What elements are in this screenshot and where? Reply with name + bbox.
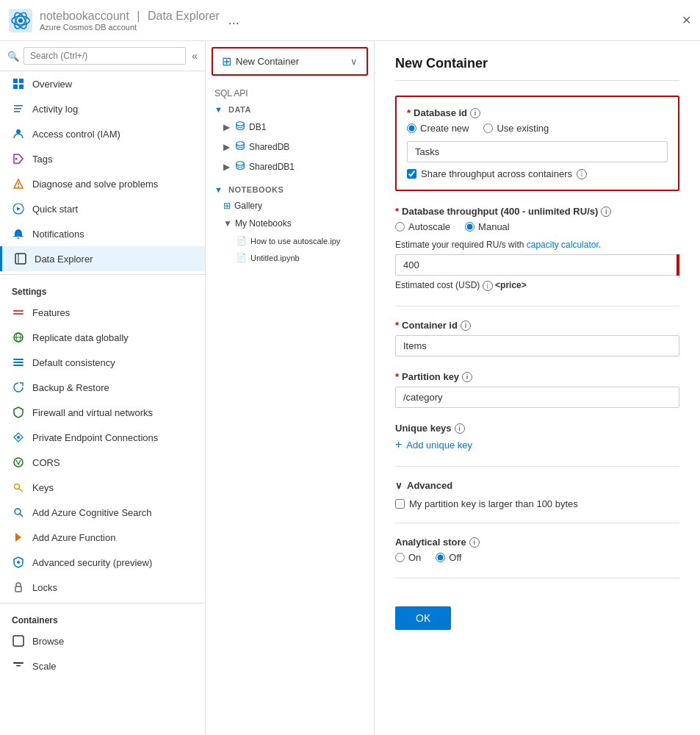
nav-quick-start[interactable]: Quick start (0, 196, 205, 221)
svg-rect-36 (16, 665, 21, 667)
estimated-cost-row: Estimated cost (USD) i <price> (395, 280, 679, 291)
advanced-toggle[interactable]: ∨ Advanced (395, 480, 679, 491)
replicate-label: Replicate data globally (32, 332, 129, 343)
dataexplorer-icon (14, 252, 27, 265)
tree-untitled-notebook[interactable]: 📄 Untitled.ipynb (206, 249, 374, 266)
nav-default-consistency[interactable]: Default consistency (0, 350, 205, 375)
nav-replicate[interactable]: Replicate data globally (0, 325, 205, 350)
use-existing-radio[interactable]: Use existing (483, 123, 549, 134)
svg-point-37 (237, 122, 245, 126)
nav-firewall[interactable]: Firewall and virtual networks (0, 400, 205, 425)
nav-activity-log[interactable]: Activity log (0, 96, 205, 121)
create-new-radio[interactable]: Create new (407, 123, 469, 134)
throughput-info-icon[interactable]: i (601, 207, 611, 217)
analytical-on-radio[interactable]: On (395, 552, 421, 563)
search-icon: 🔍 (7, 51, 19, 62)
autoscale-radio[interactable]: Autoscale (395, 221, 450, 232)
nav-diagnose[interactable]: Diagnose and solve problems (0, 171, 205, 196)
nav-browse[interactable]: Browse (0, 628, 205, 653)
ok-button[interactable]: OK (395, 606, 451, 630)
cognitive-search-icon (12, 506, 25, 519)
ru-input[interactable] (395, 254, 679, 276)
notebook-file-icon: 📄 (237, 236, 247, 245)
new-container-icon: ⊞ (222, 54, 231, 68)
activity-log-label: Activity log (32, 104, 78, 115)
svg-rect-19 (13, 313, 24, 315)
estimate-text: Estimate your required RU/s with capacit… (395, 240, 679, 250)
nav-advanced-security[interactable]: Advanced security (preview) (0, 550, 205, 575)
nav-cors[interactable]: CORS (0, 450, 205, 475)
ru-input-wrapper (395, 254, 679, 276)
tree-shareddb1[interactable]: ▶ SharedDB1 (206, 157, 374, 176)
share-throughput-row: Share throughput across containers i (407, 168, 668, 179)
more-options-button[interactable]: ... (228, 12, 239, 28)
nav-overview[interactable]: Overview (0, 71, 205, 96)
nav-tags[interactable]: Tags (0, 146, 205, 171)
tree-shareddb[interactable]: ▶ SharedDB (206, 137, 374, 157)
share-throughput-checkbox[interactable] (407, 169, 416, 179)
account-subtitle: Azure Cosmos DB account (40, 23, 220, 32)
locks-label: Locks (32, 582, 57, 593)
tree-my-notebooks[interactable]: ▼ My Notebooks (206, 215, 374, 232)
partition-key-large-row: My partition key is larger than 100 byte… (395, 498, 679, 509)
nav-notifications[interactable]: Notifications (0, 221, 205, 246)
svg-rect-24 (13, 362, 24, 363)
estimated-cost-info-icon[interactable]: i (483, 281, 493, 291)
section-divider-4 (395, 578, 679, 578)
search-input[interactable] (24, 47, 186, 65)
collapse-sidebar-button[interactable]: « (192, 50, 198, 62)
close-button[interactable]: ✕ (682, 13, 691, 27)
tree-arrow-shareddb: ▶ (223, 142, 232, 152)
analytical-on-radio-input[interactable] (395, 553, 405, 562)
nav-backup-restore[interactable]: Backup & Restore (0, 375, 205, 400)
nav-features[interactable]: Features (0, 300, 205, 325)
advanced-section: ∨ Advanced My partition key is larger th… (395, 480, 679, 509)
nav-access-control[interactable]: Access control (IAM) (0, 121, 205, 146)
svg-rect-33 (15, 587, 21, 592)
shareddb-icon (235, 140, 245, 153)
unique-keys-info-icon[interactable]: i (455, 423, 465, 434)
nav-scale[interactable]: Scale (0, 653, 205, 678)
nav-locks[interactable]: Locks (0, 575, 205, 600)
new-container-button[interactable]: ⊞ New Container ∨ (212, 47, 368, 76)
manual-radio-input[interactable] (465, 222, 475, 232)
analytical-off-radio[interactable]: Off (436, 552, 461, 563)
gallery-icon: ⊞ (223, 201, 231, 211)
autoscale-radio-input[interactable] (395, 222, 405, 232)
function-icon (12, 531, 25, 544)
analytical-off-radio-input[interactable] (436, 553, 445, 562)
database-id-info-icon[interactable]: i (470, 108, 480, 118)
browse-label: Browse (32, 636, 64, 647)
manual-radio[interactable]: Manual (465, 221, 510, 232)
container-id-info-icon[interactable]: i (461, 320, 471, 331)
backup-label: Backup & Restore (32, 382, 109, 393)
database-id-section: * Database id i Create new Use existing … (395, 96, 679, 191)
tree-section: SQL API ▼ DATA ▶ DB1 ▶ SharedDB (206, 82, 374, 735)
analytical-store-info-icon[interactable]: i (469, 537, 480, 548)
svg-rect-10 (14, 108, 21, 110)
access-control-label: Access control (IAM) (32, 129, 120, 140)
tree-autoscale-notebook[interactable]: 📄 How to use autoscale.ipy (206, 232, 374, 249)
partition-key-info-icon[interactable]: i (462, 372, 472, 382)
nav-keys[interactable]: Keys (0, 475, 205, 500)
container-id-input[interactable] (395, 335, 679, 356)
add-unique-key-button[interactable]: + Add unique key (395, 438, 472, 451)
partition-key-input[interactable] (395, 387, 679, 408)
nav-data-explorer[interactable]: Data Explorer (0, 246, 205, 271)
tree-gallery[interactable]: ⊞ Gallery (206, 197, 374, 215)
svg-rect-6 (19, 79, 24, 83)
nav-private-endpoint[interactable]: Private Endpoint Connections (0, 425, 205, 450)
nav-azure-function[interactable]: Add Azure Function (0, 525, 205, 550)
function-label: Add Azure Function (32, 532, 115, 543)
share-throughput-info-icon[interactable]: i (577, 169, 587, 179)
nav-cognitive-search[interactable]: Add Azure Cognitive Search (0, 500, 205, 525)
diagnose-icon (12, 177, 25, 190)
capacity-calculator-link[interactable]: capacity calculator. (527, 240, 601, 250)
analytical-store-label: Analytical store i (395, 537, 679, 548)
use-existing-radio-input[interactable] (483, 123, 493, 133)
create-new-radio-input[interactable] (407, 123, 416, 133)
tree-db1[interactable]: ▶ DB1 (206, 117, 374, 137)
partition-key-large-checkbox[interactable] (395, 499, 405, 509)
database-name-input[interactable] (407, 141, 668, 162)
notebook-file-icon2: 📄 (237, 253, 247, 262)
